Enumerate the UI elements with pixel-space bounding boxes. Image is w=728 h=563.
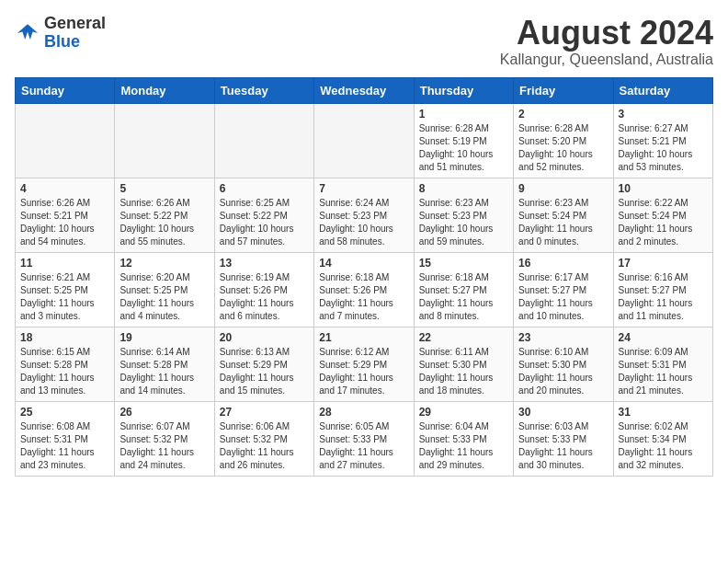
month-year-title: August 2024 [500,15,713,52]
calendar-cell: 28Sunrise: 6:05 AM Sunset: 5:33 PM Dayli… [314,401,414,476]
calendar-cell [16,103,115,178]
day-number: 29 [419,406,508,419]
calendar-cell: 3Sunrise: 6:27 AM Sunset: 5:21 PM Daylig… [613,103,712,178]
day-number: 12 [119,257,209,270]
calendar-cell [115,103,214,178]
day-number: 22 [419,331,508,344]
page-header: General Blue August 2024 Kallangur, Quee… [15,15,713,68]
day-info: Sunrise: 6:05 AM Sunset: 5:33 PM Dayligh… [319,420,408,472]
day-info: Sunrise: 6:27 AM Sunset: 5:21 PM Dayligh… [619,122,708,174]
day-info: Sunrise: 6:08 AM Sunset: 5:31 PM Dayligh… [20,420,109,472]
day-number: 19 [119,331,209,344]
day-number: 17 [619,257,708,270]
calendar-cell: 21Sunrise: 6:12 AM Sunset: 5:29 PM Dayli… [314,327,414,401]
day-info: Sunrise: 6:23 AM Sunset: 5:24 PM Dayligh… [518,197,608,248]
calendar-cell: 8Sunrise: 6:23 AM Sunset: 5:23 PM Daylig… [414,178,513,252]
day-info: Sunrise: 6:13 AM Sunset: 5:29 PM Dayligh… [220,346,309,397]
day-number: 7 [319,182,408,195]
location-subtitle: Kallangur, Queensland, Australia [500,52,713,68]
calendar-table: SundayMondayTuesdayWednesdayThursdayFrid… [15,77,713,477]
calendar-week-4: 18Sunrise: 6:15 AM Sunset: 5:28 PM Dayli… [16,327,713,401]
day-info: Sunrise: 6:28 AM Sunset: 5:19 PM Dayligh… [419,122,508,174]
day-number: 3 [619,108,708,121]
day-number: 20 [220,331,309,344]
day-info: Sunrise: 6:18 AM Sunset: 5:27 PM Dayligh… [419,271,508,323]
day-info: Sunrise: 6:03 AM Sunset: 5:33 PM Dayligh… [518,420,608,472]
day-info: Sunrise: 6:02 AM Sunset: 5:34 PM Dayligh… [619,420,708,472]
calendar-cell: 12Sunrise: 6:20 AM Sunset: 5:25 PM Dayli… [115,252,214,327]
day-info: Sunrise: 6:09 AM Sunset: 5:31 PM Dayligh… [619,346,708,397]
svg-marker-0 [17,24,38,40]
calendar-cell: 30Sunrise: 6:03 AM Sunset: 5:33 PM Dayli… [514,401,613,476]
day-number: 5 [119,182,209,195]
calendar-cell: 15Sunrise: 6:18 AM Sunset: 5:27 PM Dayli… [414,252,513,327]
day-info: Sunrise: 6:21 AM Sunset: 5:25 PM Dayligh… [20,271,109,323]
weekday-header-saturday: Saturday [613,77,712,103]
calendar-cell: 27Sunrise: 6:06 AM Sunset: 5:32 PM Dayli… [214,401,313,476]
day-number: 13 [220,257,309,270]
calendar-cell: 9Sunrise: 6:23 AM Sunset: 5:24 PM Daylig… [514,178,613,252]
day-info: Sunrise: 6:15 AM Sunset: 5:28 PM Dayligh… [20,346,109,397]
weekday-header-friday: Friday [514,77,613,103]
calendar-cell: 16Sunrise: 6:17 AM Sunset: 5:27 PM Dayli… [514,252,613,327]
day-number: 24 [619,331,708,344]
day-number: 23 [518,331,608,344]
day-info: Sunrise: 6:04 AM Sunset: 5:33 PM Dayligh… [419,420,508,472]
weekday-header-row: SundayMondayTuesdayWednesdayThursdayFrid… [16,77,713,103]
day-info: Sunrise: 6:11 AM Sunset: 5:30 PM Dayligh… [419,346,508,397]
day-number: 1 [419,108,508,121]
day-info: Sunrise: 6:26 AM Sunset: 5:21 PM Dayligh… [20,197,109,248]
day-info: Sunrise: 6:17 AM Sunset: 5:27 PM Dayligh… [518,271,608,323]
calendar-cell: 24Sunrise: 6:09 AM Sunset: 5:31 PM Dayli… [613,327,712,401]
calendar-cell: 31Sunrise: 6:02 AM Sunset: 5:34 PM Dayli… [613,401,712,476]
weekday-header-monday: Monday [115,77,214,103]
day-info: Sunrise: 6:20 AM Sunset: 5:25 PM Dayligh… [119,271,209,323]
calendar-cell: 2Sunrise: 6:28 AM Sunset: 5:20 PM Daylig… [514,103,613,178]
logo-bird-icon [15,20,40,46]
day-info: Sunrise: 6:18 AM Sunset: 5:26 PM Dayligh… [319,271,408,323]
day-number: 6 [220,182,309,195]
day-number: 2 [518,108,608,121]
day-number: 25 [20,406,109,419]
calendar-cell: 7Sunrise: 6:24 AM Sunset: 5:23 PM Daylig… [314,178,414,252]
calendar-cell: 29Sunrise: 6:04 AM Sunset: 5:33 PM Dayli… [414,401,513,476]
day-info: Sunrise: 6:25 AM Sunset: 5:22 PM Dayligh… [220,197,309,248]
calendar-cell: 25Sunrise: 6:08 AM Sunset: 5:31 PM Dayli… [16,401,115,476]
calendar-cell: 10Sunrise: 6:22 AM Sunset: 5:24 PM Dayli… [613,178,712,252]
calendar-cell: 4Sunrise: 6:26 AM Sunset: 5:21 PM Daylig… [16,178,115,252]
calendar-cell: 11Sunrise: 6:21 AM Sunset: 5:25 PM Dayli… [16,252,115,327]
day-info: Sunrise: 6:24 AM Sunset: 5:23 PM Dayligh… [319,197,408,248]
day-info: Sunrise: 6:19 AM Sunset: 5:26 PM Dayligh… [220,271,309,323]
calendar-week-5: 25Sunrise: 6:08 AM Sunset: 5:31 PM Dayli… [16,401,713,476]
calendar-cell: 5Sunrise: 6:26 AM Sunset: 5:22 PM Daylig… [115,178,214,252]
calendar-week-2: 4Sunrise: 6:26 AM Sunset: 5:21 PM Daylig… [16,178,713,252]
calendar-cell: 23Sunrise: 6:10 AM Sunset: 5:30 PM Dayli… [514,327,613,401]
day-number: 8 [419,182,508,195]
day-number: 11 [20,257,109,270]
logo: General Blue [15,15,106,52]
day-info: Sunrise: 6:22 AM Sunset: 5:24 PM Dayligh… [619,197,708,248]
day-number: 28 [319,406,408,419]
day-info: Sunrise: 6:16 AM Sunset: 5:27 PM Dayligh… [619,271,708,323]
calendar-cell: 17Sunrise: 6:16 AM Sunset: 5:27 PM Dayli… [613,252,712,327]
calendar-cell: 22Sunrise: 6:11 AM Sunset: 5:30 PM Dayli… [414,327,513,401]
weekday-header-wednesday: Wednesday [314,77,414,103]
day-number: 4 [20,182,109,195]
calendar-cell: 14Sunrise: 6:18 AM Sunset: 5:26 PM Dayli… [314,252,414,327]
calendar-week-3: 11Sunrise: 6:21 AM Sunset: 5:25 PM Dayli… [16,252,713,327]
day-number: 9 [518,182,608,195]
day-number: 26 [119,406,209,419]
weekday-header-sunday: Sunday [16,77,115,103]
day-number: 15 [419,257,508,270]
day-info: Sunrise: 6:28 AM Sunset: 5:20 PM Dayligh… [518,122,608,174]
day-info: Sunrise: 6:23 AM Sunset: 5:23 PM Dayligh… [419,197,508,248]
calendar-cell: 19Sunrise: 6:14 AM Sunset: 5:28 PM Dayli… [115,327,214,401]
day-info: Sunrise: 6:26 AM Sunset: 5:22 PM Dayligh… [119,197,209,248]
calendar-cell: 18Sunrise: 6:15 AM Sunset: 5:28 PM Dayli… [16,327,115,401]
day-number: 27 [220,406,309,419]
calendar-week-1: 1Sunrise: 6:28 AM Sunset: 5:19 PM Daylig… [16,103,713,178]
day-number: 31 [619,406,708,419]
day-number: 16 [518,257,608,270]
weekday-header-tuesday: Tuesday [214,77,313,103]
calendar-cell: 1Sunrise: 6:28 AM Sunset: 5:19 PM Daylig… [414,103,513,178]
